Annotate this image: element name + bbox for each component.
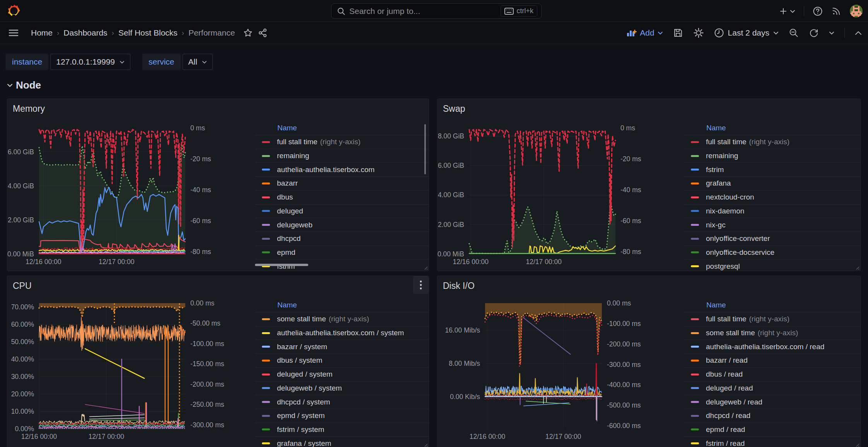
- legend-item[interactable]: remaining: [684, 149, 861, 163]
- legend-item[interactable]: some stall time(right y-axis): [255, 312, 429, 326]
- search-input[interactable]: Search or jump to... ctrl+k: [331, 3, 542, 19]
- panel-menu-button[interactable]: [413, 276, 429, 294]
- save-icon: [673, 28, 683, 38]
- breadcrumb-separator: ›: [57, 29, 59, 37]
- share-button[interactable]: [258, 28, 267, 38]
- save-dashboard-button[interactable]: [673, 28, 683, 38]
- clock-icon: [714, 28, 724, 38]
- breadcrumb-item[interactable]: Dashboards: [63, 28, 107, 38]
- legend-item[interactable]: dhcpcd / system: [255, 395, 429, 409]
- y-axis-left-tick: 70.00%: [11, 303, 34, 311]
- legend-item[interactable]: fstrim / system: [255, 423, 429, 437]
- legend-item[interactable]: onlyoffice-converter: [684, 232, 861, 246]
- legend-item[interactable]: some stall time(right y-axis): [684, 326, 861, 340]
- legend-item[interactable]: dbus / read: [684, 367, 861, 381]
- legend-item[interactable]: bazarr / system: [255, 340, 429, 353]
- legend-label: full stall time: [277, 138, 318, 146]
- legend-label: fstrim / system: [277, 425, 324, 434]
- y-axis-left-tick: 30.00%: [11, 373, 34, 381]
- legend-item[interactable]: grafana: [684, 176, 861, 190]
- legend-label: epmd: [277, 248, 296, 257]
- legend-item[interactable]: dhcpcd / read: [684, 409, 861, 423]
- legend-item[interactable]: delugeweb: [255, 218, 429, 232]
- legend-scrollbar-horizontal[interactable]: [255, 264, 308, 266]
- legend-item[interactable]: authelia-authelia.tiserbox.com / read: [684, 340, 861, 353]
- legend-item[interactable]: deluged / read: [684, 381, 861, 395]
- legend-item[interactable]: authelia-authelia.tiserbox.com / system: [255, 326, 429, 340]
- legend-item[interactable]: authelia-authelia.tiserbox.com: [255, 162, 429, 176]
- y-axis-left-tick: 4.00 GiB: [438, 191, 464, 199]
- legend-item[interactable]: bazarr / read: [684, 353, 861, 367]
- legend-swatch: [262, 401, 270, 403]
- user-avatar[interactable]: [850, 5, 863, 17]
- legend-item[interactable]: bazarr: [255, 176, 429, 190]
- legend-label: fstrim / read: [706, 439, 745, 447]
- legend-item[interactable]: full stall time(right y-axis): [684, 135, 861, 149]
- zoom-out-button[interactable]: [789, 28, 799, 38]
- legend-swatch: [691, 251, 699, 253]
- legend-item[interactable]: delugeweb / read: [684, 395, 861, 409]
- breadcrumb-item[interactable]: Home: [31, 28, 53, 38]
- legend-item[interactable]: full stall time(right y-axis): [684, 312, 861, 326]
- legend-item[interactable]: deluged: [255, 204, 429, 218]
- panel-diskio: Disk I/O16.00 Mib/s8.00 Mib/s0.00 Kib/s0…: [437, 276, 861, 447]
- legend-item[interactable]: fstrim / read: [684, 436, 861, 447]
- chevron-down-icon: [790, 9, 795, 13]
- y-axis-right-tick: 0.00 ms: [190, 299, 214, 307]
- legend-label: onlyoffice-converter: [706, 234, 770, 243]
- row-node[interactable]: Node: [7, 79, 41, 91]
- legend-label: postgresql: [706, 262, 740, 271]
- breadcrumb-item: Performance: [188, 28, 235, 38]
- chevron-up-icon: [855, 31, 862, 35]
- add-panel-button[interactable]: Add: [627, 28, 663, 38]
- legend-item[interactable]: remaining: [255, 149, 429, 163]
- y-axis-right-tick: -20 ms: [190, 155, 211, 163]
- legend-item[interactable]: onlyoffice-docservice: [684, 246, 861, 259]
- legend-note: (right y-axis): [758, 329, 798, 337]
- breadcrumb-item[interactable]: Self Host Blocks: [118, 28, 178, 38]
- panel-resize-handle[interactable]: [423, 265, 428, 270]
- legend-item[interactable]: epmd: [255, 246, 429, 259]
- help-button[interactable]: [813, 6, 823, 16]
- legend-item[interactable]: dbus / system: [255, 353, 429, 367]
- news-button[interactable]: [831, 6, 841, 16]
- legend-item[interactable]: deluged / system: [255, 367, 429, 381]
- legend-item[interactable]: nix-gc: [684, 218, 861, 232]
- dashboard-settings-button[interactable]: [693, 27, 704, 38]
- legend-item[interactable]: grafana / system: [255, 436, 429, 447]
- y-axis-left-tick: 0.00%: [15, 425, 34, 433]
- legend-item[interactable]: epmd / read: [684, 423, 861, 437]
- variable-value-dropdown[interactable]: All: [183, 54, 213, 70]
- panel-resize-handle[interactable]: [855, 442, 859, 447]
- variable-value-dropdown[interactable]: 127.0.0.1:19999: [50, 54, 130, 70]
- grafana-logo-icon[interactable]: [6, 3, 21, 18]
- legend-header-name[interactable]: Name: [277, 301, 297, 309]
- legend-header-name[interactable]: Name: [277, 124, 297, 132]
- panel-resize-handle[interactable]: [423, 442, 428, 447]
- legend-item[interactable]: nextcloud-cron: [684, 190, 861, 204]
- legend-item[interactable]: fstrim: [684, 162, 861, 176]
- legend-swatch: [262, 251, 270, 253]
- refresh-button[interactable]: [809, 28, 819, 38]
- legend-item[interactable]: nix-daemon: [684, 204, 861, 218]
- series-noise-red: [39, 423, 185, 425]
- legend-item[interactable]: delugeweb / system: [255, 381, 429, 395]
- time-range-picker[interactable]: Last 2 days: [714, 28, 779, 38]
- panel-resize-handle[interactable]: [855, 265, 859, 270]
- legend-item[interactable]: full stall time(right y-axis): [255, 135, 429, 149]
- refresh-interval-button[interactable]: [829, 31, 834, 35]
- legend-scrollbar-vertical[interactable]: [424, 124, 426, 174]
- mega-menu-button[interactable]: [9, 29, 19, 37]
- new-menu-button[interactable]: [779, 7, 795, 15]
- collapse-toolbar-button[interactable]: [855, 31, 862, 35]
- legend-item[interactable]: dhcpcd: [255, 232, 429, 246]
- legend-header-name[interactable]: Name: [706, 124, 726, 132]
- kebab-icon: [420, 280, 422, 290]
- legend-item[interactable]: postgresql: [684, 259, 861, 271]
- legend-swatch: [262, 169, 270, 171]
- legend-item[interactable]: dbus: [255, 190, 429, 204]
- hamburger-icon: [9, 29, 19, 37]
- favorite-button[interactable]: [243, 28, 253, 38]
- legend-header-name[interactable]: Name: [706, 301, 726, 309]
- legend-item[interactable]: epmd / system: [255, 409, 429, 423]
